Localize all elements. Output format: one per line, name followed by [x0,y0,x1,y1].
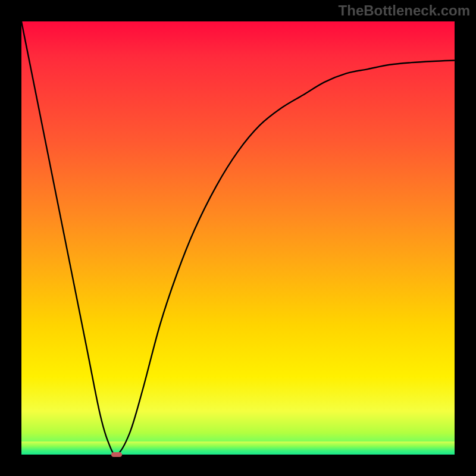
minimum-marker [111,452,122,457]
curve-path [21,21,455,455]
bottleneck-curve [21,21,455,455]
plot-area [21,21,455,455]
chart-container: TheBottleneck.com [0,0,476,476]
watermark-text: TheBottleneck.com [339,2,470,19]
